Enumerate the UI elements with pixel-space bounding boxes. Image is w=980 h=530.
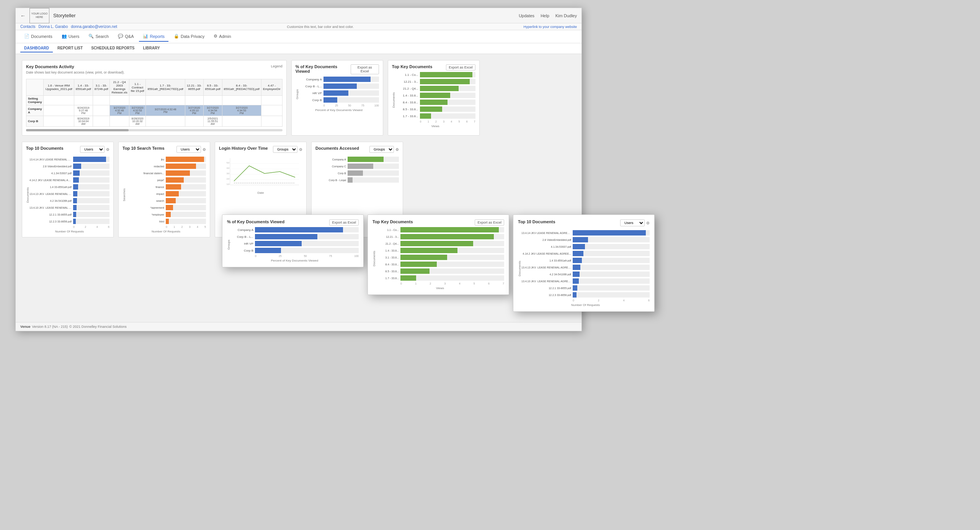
- pt10-row-3: 4.1.34-53937.pdf: [521, 244, 650, 249]
- top10-search-body: jkv _redacted financial statem... p: [126, 157, 206, 233]
- nav-qa-label: Q&A: [125, 34, 134, 39]
- docs-accessed-chart-body: Company A Company C Corp B Corp B - Lega…: [315, 157, 399, 183]
- top10-docs-select[interactable]: Users Groups: [80, 146, 105, 153]
- pt10-label-3: 4.1.34-53937.pdf: [521, 245, 571, 248]
- ptk-label-5: 3.1 - 33.8...: [376, 256, 399, 259]
- t10s-row-8: *agreement: [126, 205, 206, 210]
- top10-docs-y-label: Documents: [26, 187, 29, 203]
- top10-search-panel: Top 10 Search Terms Users Groups ⚙ Searc…: [118, 142, 210, 237]
- legend-button[interactable]: Legend: [271, 64, 283, 68]
- title-bar: ← YOUR LOGO HERE Storyteller Updates Hel…: [16, 8, 581, 23]
- ptk-x-label: Views: [376, 286, 504, 290]
- t10d-label-10: 12.2.3 33-8656.pdf: [29, 220, 72, 223]
- sub-nav: DASHBOARD REPORT LIST SCHEDULED REPORTS …: [16, 43, 581, 54]
- t10s-row-2: _redacted: [126, 164, 206, 169]
- nav-users[interactable]: 👥 Users: [58, 31, 83, 42]
- popup-top10-select[interactable]: Users Groups: [620, 219, 645, 226]
- hbar-row-corp-b: Corp B: [299, 97, 379, 103]
- t10d-fill-1: [73, 157, 106, 162]
- contact-email[interactable]: donna.garabo@verizon.net: [71, 25, 117, 29]
- t10d-track-6: [73, 191, 109, 196]
- t10d-fill-2: [73, 164, 81, 169]
- popup-top-key-header: Top Key Documents Export as Excel: [372, 219, 504, 226]
- login-history-select[interactable]: Groups Users: [273, 146, 297, 153]
- docs-accessed-gear-icon[interactable]: ⚙: [395, 147, 399, 152]
- ptk-label-1: 1.1 - Co...: [376, 229, 399, 231]
- sub-nav-library[interactable]: LIBRARY: [139, 44, 163, 52]
- updates-link[interactable]: Updates: [519, 13, 534, 18]
- footer-copyright: © 2021 Donnelley Financial Solutions: [69, 325, 127, 329]
- t10d-track-7: [73, 198, 109, 203]
- t10s-track-7: [166, 198, 206, 203]
- ppct-track-4: [255, 248, 359, 253]
- t10d-fill-9: [73, 212, 76, 217]
- help-link[interactable]: Help: [541, 13, 549, 18]
- nav-reports[interactable]: 📊 Reports: [139, 31, 168, 42]
- pt10-fill-1: [573, 230, 646, 236]
- ptk-axis: 0 1 2 3 4 5 6 7: [376, 282, 504, 285]
- pct-panel-header: % of Key Documents Viewed Export as Exce…: [296, 64, 379, 75]
- top-key-axis: 0 1 2 3 4 5 6 7: [395, 120, 475, 123]
- nav-qa[interactable]: 💬 Q&A: [114, 31, 137, 42]
- t10s-row-1: jkv: [126, 157, 206, 162]
- da-fill-2: [348, 164, 373, 169]
- ptk-label-6: 8.4 - 33.8...: [376, 263, 399, 266]
- docs-accessed-select[interactable]: Groups Users: [369, 146, 394, 153]
- pct-chart-body: Company A Corp B - L... HR: [299, 77, 379, 112]
- search-icon: 🔍: [88, 34, 94, 39]
- contact-name[interactable]: Donna L. Garabo: [38, 25, 68, 29]
- da-track-1: [348, 157, 399, 162]
- top10-docs-gear-icon[interactable]: ⚙: [106, 147, 109, 152]
- sub-nav-report-list[interactable]: REPORT LIST: [54, 44, 87, 52]
- back-button[interactable]: ←: [20, 13, 26, 19]
- top10-search-select[interactable]: Users Groups: [176, 146, 201, 153]
- nav-reports-label: Reports: [150, 34, 165, 39]
- top-key-fill-1: [420, 72, 473, 77]
- popup-top10-window: Top 10 Documents Users Groups ⚙ Document…: [513, 214, 655, 312]
- popup-top10-gear-icon[interactable]: ⚙: [646, 221, 650, 225]
- popup-pct-export-button[interactable]: Export as Excel: [329, 219, 359, 226]
- pt10-label-9: 12.2.1 33-8655.pdf: [521, 287, 571, 290]
- hbar-label-corp-b-l: Corp B - L...: [299, 85, 322, 88]
- login-history-gear-icon[interactable]: ⚙: [299, 147, 302, 152]
- top-key-label-2: 12.21 - 3...: [395, 80, 418, 83]
- nav-search[interactable]: 🔍 Search: [85, 31, 113, 42]
- t10s-row-10: html: [126, 219, 206, 224]
- table-col-4: 21.2 - Q42003EarningsRelease.xls: [110, 79, 129, 96]
- pct-export-button[interactable]: Export as Excel: [351, 64, 379, 74]
- top-key-docs-export-button[interactable]: Export as Excel: [446, 64, 475, 70]
- sub-nav-scheduled[interactable]: SCHEDULED REPORTS: [87, 44, 138, 52]
- t10d-label-6: 13.4.13 JKV_LEASE RENEWAL AGREEM...: [29, 193, 72, 195]
- t10s-label-8: *agreement: [126, 206, 164, 209]
- pt10-label-2: 2.8 VideoEmbedded.pdf: [521, 239, 571, 241]
- top10-search-gear-icon[interactable]: ⚙: [203, 147, 206, 152]
- logo: YOUR LOGO HERE: [29, 8, 49, 23]
- pct-chart-container: Groups Company A Corp B - L...: [296, 77, 379, 112]
- key-docs-subtitle: Date shows last key document access (vie…: [26, 70, 125, 74]
- t10d-axis: 0 2 4 6: [29, 226, 109, 228]
- t10s-fill-4: [166, 177, 184, 183]
- svg-text:3.0: 3.0: [227, 172, 229, 175]
- da-row-3: Corp B: [315, 170, 399, 176]
- sub-nav-dashboard[interactable]: DASHBOARD: [20, 44, 53, 52]
- user-menu[interactable]: Kim Dudley: [555, 13, 577, 18]
- users-icon: 👥: [62, 34, 67, 39]
- nav-admin[interactable]: ⚙ Admin: [210, 31, 235, 42]
- table-scrollbar[interactable]: [26, 129, 283, 131]
- da-fill-3: [348, 170, 363, 176]
- ppct-fill-3: [255, 241, 302, 246]
- nav-data-privacy[interactable]: 🔒 Data Privacy: [170, 31, 208, 42]
- t10d-row-8: 13.4.10 JKV_LEASE RENEWAL AGREEM...: [29, 205, 109, 210]
- hyperlink-label[interactable]: Hyperlink to your company website: [523, 25, 577, 29]
- popup-top-key-export-button[interactable]: Export as Excel: [475, 219, 504, 226]
- nav-documents[interactable]: 📄 Documents: [20, 31, 56, 42]
- ppct-fill-2: [255, 234, 317, 239]
- ptk-label-2: 12.21 - 3...: [376, 236, 399, 238]
- ptk-fill-2: [400, 234, 494, 239]
- pt10-row-8: 13.4.10 JKV_LEASE RENEWAL AGREE...: [521, 278, 650, 284]
- login-history-control: Groups Users ⚙: [273, 146, 302, 153]
- da-track-2: [348, 164, 399, 169]
- pt10-fill-8: [573, 278, 579, 284]
- t10s-track-8: [166, 205, 206, 210]
- ppct-fill-1: [255, 227, 343, 232]
